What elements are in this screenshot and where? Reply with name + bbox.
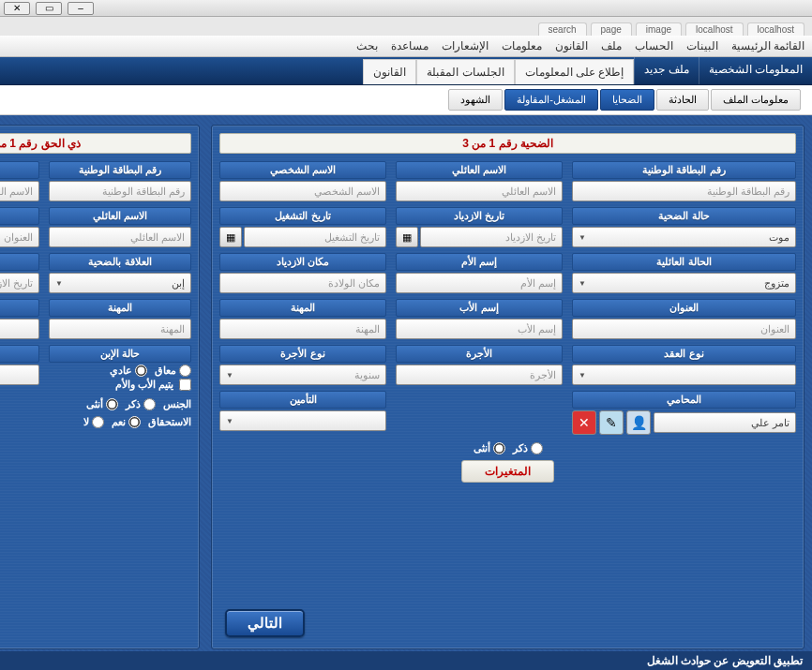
add-lawyer-icon[interactable]: 👤 [626, 410, 651, 435]
menu-item[interactable]: بحث [356, 39, 378, 52]
delete-lawyer-icon[interactable]: ✕ [572, 410, 596, 435]
label-wage-type: نوع الأجرة [219, 345, 386, 363]
browser-tab-strip: localhost localhost image page search [0, 17, 812, 36]
label-b-national-id: رقم البطاقة الوطنية [49, 161, 191, 179]
window-max-button[interactable]: ▭ [36, 2, 62, 15]
radio-b-female[interactable]: أنثى [86, 398, 118, 410]
calendar-icon[interactable]: ▦ [396, 227, 418, 247]
beneficiary-panel: ذي الحق رقم 1 من 4 رقم البطاقة الوطنية ا… [0, 125, 200, 649]
label-birth-date: تاريخ الازدياد [396, 207, 563, 225]
input-b-address[interactable] [0, 227, 39, 247]
nav1-item-personal-info[interactable]: المعلومات الشخصية [699, 57, 812, 84]
nav1-item-view-info[interactable]: إطلاع على المعلومات [515, 59, 635, 84]
input-b-birth-date[interactable] [0, 273, 39, 293]
label-lawyer: المحامي [572, 391, 796, 409]
orphan-checkbox[interactable]: يتيم الأب والأم [49, 379, 191, 391]
label-birth-place: مكان الازدياد [219, 253, 386, 271]
radio-ent-yes[interactable]: نعم [112, 416, 141, 428]
nav2-item-witnesses[interactable]: الشهود [448, 89, 503, 111]
label-b-first-name: الاسم الشخصي [0, 161, 39, 179]
footer-text: تطبيق التعويض عن حوادث الشغل [0, 651, 812, 670]
primary-nav: المعلومات الشخصية ملف جديد إطلاع على الم… [0, 57, 812, 85]
label-b-last-name: الاسم العائلي [49, 207, 191, 225]
nav2-item-file-info[interactable]: معلومات الملف [711, 89, 801, 111]
entitlement-radios: الاستحقاق نعم لا [0, 416, 191, 428]
input-b-national-id[interactable] [49, 181, 191, 201]
menu-item[interactable]: القائمة الرئيسية [731, 39, 804, 52]
nav1-item-law[interactable]: القانون [363, 59, 416, 84]
input-b-last-name[interactable] [49, 227, 191, 247]
menu-item[interactable]: الإشعارات [442, 39, 489, 52]
select-wage-type[interactable]: سنوية [219, 365, 386, 385]
label-b-marital: الحالة العائلية [0, 345, 39, 363]
label-b-address: العنوان [0, 207, 39, 225]
nav2-item-incident[interactable]: الحادثة [656, 89, 709, 111]
label-father-name: إسم الأب [396, 299, 563, 317]
browser-tab[interactable]: page [591, 22, 632, 36]
menu-item[interactable]: مساعدة [391, 39, 429, 52]
menubar: القائمة الرئيسية البينات الحساب ملف القا… [0, 36, 812, 57]
workspace: الضحية رقم 1 من 3 رقم البطاقة الوطنية ال… [0, 115, 812, 663]
input-birth-date[interactable] [420, 227, 563, 247]
radio-ent-no[interactable]: لا [83, 416, 104, 428]
label-insurance: التأمين [219, 391, 386, 409]
browser-tab[interactable]: image [636, 22, 682, 36]
select-b-education[interactable] [0, 319, 39, 339]
input-first-name[interactable] [219, 181, 386, 201]
window-min-button[interactable]: – [68, 2, 94, 15]
input-lawyer[interactable] [654, 412, 796, 433]
label-b-education: المستوى الدراسي [0, 299, 39, 317]
input-father-name[interactable] [396, 319, 563, 339]
menu-item[interactable]: معلومات [502, 39, 542, 52]
menu-item[interactable]: البينات [686, 39, 718, 52]
input-national-id[interactable] [572, 181, 796, 201]
changes-button[interactable]: المتغيرات [461, 460, 554, 483]
calendar-icon[interactable]: ▦ [219, 227, 242, 247]
radio-male[interactable]: ذكر [513, 442, 543, 454]
menu-item[interactable]: الحساب [635, 39, 673, 52]
browser-tab[interactable]: search [538, 22, 587, 36]
browser-tab[interactable]: localhost [747, 22, 804, 36]
input-mother-name[interactable] [396, 273, 563, 293]
window-close-button[interactable]: ✕ [4, 2, 30, 15]
radio-b-male[interactable]: ذكر [126, 398, 156, 410]
input-b-first-name[interactable] [0, 181, 39, 201]
nav1-item-new-file[interactable]: ملف جديد [634, 57, 698, 84]
radio-female[interactable]: أنثى [474, 442, 505, 454]
input-b-profession[interactable] [49, 319, 191, 339]
input-last-name[interactable] [396, 181, 563, 201]
b-gender-radios: الجنس ذكر أنثى [0, 398, 191, 410]
radio-son-disabled[interactable]: معاق [155, 365, 191, 377]
son-state-radios: معاق عادي [49, 365, 191, 377]
radio-son-normal[interactable]: عادي [110, 365, 147, 377]
select-b-marital[interactable] [0, 365, 39, 385]
nav1-item-upcoming-sessions[interactable]: الجلسات المقبلة [416, 59, 514, 84]
gender-radios: ذكر أنثى [219, 442, 796, 454]
browser-tab[interactable]: localhost [685, 22, 743, 36]
input-address[interactable] [572, 319, 796, 339]
select-marital[interactable]: متزوج [572, 273, 796, 293]
window-chrome: – ▭ ✕ [0, 0, 812, 17]
select-b-relation[interactable]: إبن [49, 273, 191, 293]
label-hire-date: تاريخ التشغيل [219, 207, 386, 225]
menu-item[interactable]: ملف [601, 39, 622, 52]
input-profession[interactable] [219, 319, 386, 339]
label-last-name: الاسم العائلي [396, 161, 563, 179]
secondary-nav: معلومات الملف الحادثة الضحايا المشغل-الم… [0, 85, 812, 115]
select-insurance[interactable] [219, 410, 386, 431]
input-birth-place[interactable] [219, 273, 386, 293]
input-wage[interactable] [396, 365, 563, 385]
label-b-profession: المهنة [49, 299, 191, 317]
input-hire-date[interactable] [244, 227, 386, 247]
nav2-item-employer[interactable]: المشغل-المقاولة [504, 89, 598, 111]
nav2-item-victims[interactable]: الضحايا [600, 89, 654, 111]
select-contract-type[interactable] [572, 365, 796, 385]
label-profession: المهنة [219, 299, 386, 317]
select-victim-state[interactable]: موت [572, 227, 796, 247]
edit-lawyer-icon[interactable]: ✎ [599, 410, 624, 435]
next-button[interactable]: التالي [225, 609, 305, 637]
label-victim-state: حالة الضحية [572, 207, 796, 225]
menu-item[interactable]: القانون [555, 39, 588, 52]
label-first-name: الاسم الشخصي [219, 161, 386, 179]
victim-panel-title: الضحية رقم 1 من 3 [219, 133, 796, 154]
